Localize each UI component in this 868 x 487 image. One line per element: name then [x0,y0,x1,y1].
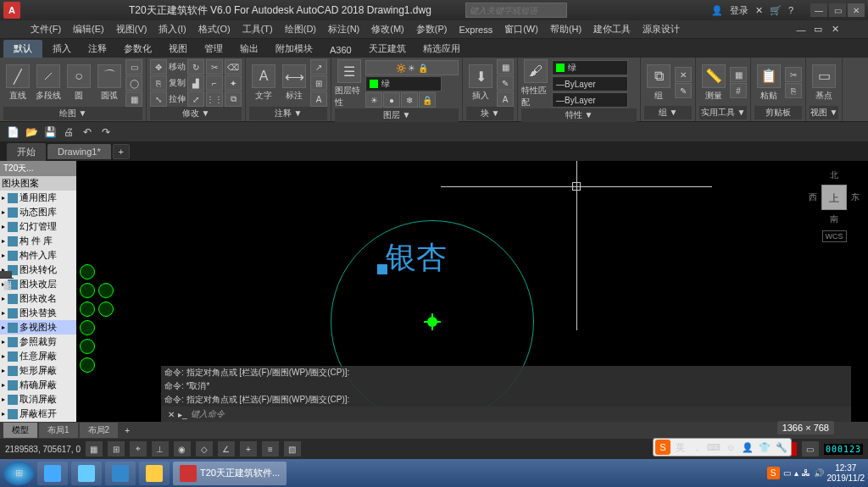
table-button[interactable]: ⊞ [310,75,327,91]
mtext-button[interactable]: A [310,91,327,107]
drawing-canvas[interactable]: 银杏 北 西 上 东 南 WCS 命令: 指定对角点或 [栏选(F)/圈围(WP… [76,161,868,422]
circle-button[interactable]: ○圆 [64,59,93,107]
menu-yuanquan[interactable]: 源泉设计 [637,21,685,37]
ellipse-button[interactable]: ◯ [125,75,142,91]
panel-properties-label[interactable]: 特性 ▼ [521,108,637,122]
panel-modify-label[interactable]: 修改 ▼ [150,107,242,120]
block-thumb[interactable] [80,320,95,335]
palette-item[interactable]: 精确屏蔽 [0,378,76,392]
panel-annotation-label[interactable]: 注释 ▼ [249,107,327,120]
doc-restore-button[interactable]: ▭ [810,23,826,36]
palette-item[interactable]: 幻灯管理 [0,219,76,234]
erase-button[interactable]: ⌫ [225,59,242,75]
palette-item[interactable]: 参照裁剪 [0,335,76,349]
palette-item[interactable]: 矩形屏蔽 [0,363,76,378]
menu-insert[interactable]: 插入(I) [153,21,191,37]
ime-keyboard-icon[interactable]: ⌨ [706,440,721,455]
otrack-button[interactable]: ∠ [218,441,235,457]
panel-clipboard-label[interactable]: 剪贴板 [754,106,802,119]
panel-draw-label[interactable]: 绘图 ▼ [3,107,142,120]
model-space-button[interactable]: ▦ [86,441,103,457]
palette-section[interactable]: 图块图案 [0,176,76,191]
fillet-button[interactable]: ⌐ [206,75,223,91]
base-button[interactable]: ▭基点 [810,59,838,106]
layer-iso-button[interactable]: ☀ [365,92,382,108]
cut-button[interactable]: ✂ [785,67,802,82]
palette-item[interactable]: 图块替换 [0,306,76,320]
linetype-combo[interactable]: — ByLayer [552,92,628,108]
snap-button[interactable]: ⌖ [130,441,147,457]
cmd-chevron-icon[interactable]: ▸_ [178,410,187,419]
ribbon-tab-manage[interactable]: 管理 [196,40,231,58]
exchange-icon[interactable]: ✕ [755,5,763,16]
menu-file[interactable]: 文件(F) [25,21,66,37]
vtab-1[interactable]: 图块图案 [0,271,14,279]
stretch-button[interactable]: ⤡ [150,91,167,107]
file-tab-add-button[interactable]: + [113,144,130,159]
qat-print-icon[interactable]: 🖨 [61,125,76,140]
ribbon-tab-addins[interactable]: 附加模块 [267,40,321,58]
signin-label[interactable]: 登录 [730,4,748,17]
panel-block-label[interactable]: 块 ▼ [466,107,514,120]
ribbon-tab-annotate[interactable]: 注释 [80,40,115,58]
layer-combo[interactable]: 绿 [365,76,442,91]
close-button[interactable]: ✕ [848,3,865,17]
taskbar-app-autocad[interactable]: T20天正建筑软件... [173,462,287,485]
polyline-button[interactable]: ⟋多段线 [34,59,63,107]
menu-window[interactable]: 窗口(W) [499,21,543,37]
ribbon-tab-tianzheng[interactable]: 天正建筑 [360,40,415,58]
menu-jianni[interactable]: 建你工具 [588,21,636,37]
array-button[interactable]: ⋮⋮ [206,91,223,107]
menu-dimension[interactable]: 标注(N) [323,21,364,37]
panel-utilities-label[interactable]: 实用工具 ▼ [699,106,747,119]
osnap-button[interactable]: ◇ [196,441,213,457]
minimize-button[interactable]: — [810,3,827,17]
layout-tab-2[interactable]: 布局2 [80,423,119,438]
palette-item[interactable]: 任意屏蔽 [0,349,76,363]
color-combo[interactable]: 绿 [552,60,628,75]
panel-layers-label[interactable]: 图层 ▼ [335,108,459,122]
arc-button[interactable]: ⌒圆弧 [95,59,124,107]
layer-properties-button[interactable]: ☰图层特性 [335,59,364,108]
palette-item[interactable]: 取消屏蔽 [0,392,76,407]
block-thumb[interactable] [98,302,114,317]
menu-edit[interactable]: 编辑(E) [68,21,109,37]
file-tab-start[interactable]: 开始 [7,143,46,161]
taskbar-pinned[interactable] [71,462,102,485]
menu-draw[interactable]: 绘图(D) [280,21,321,37]
start-button[interactable]: ⊞ [3,462,34,485]
grid-button[interactable]: ⊞ [108,441,125,457]
panel-view-label[interactable]: 视图 ▼ [810,106,838,119]
ime-tool-icon[interactable]: 🔧 [774,440,789,455]
help-icon[interactable]: ? [788,5,793,15]
layer-lock-button[interactable]: 🔒 [419,92,436,108]
transparency-button[interactable]: ▧ [284,441,301,457]
palette-item[interactable]: 屏蔽框开 [0,407,76,421]
cart-icon[interactable]: 🛒 [770,5,782,16]
polar-button[interactable]: ◉ [174,441,191,457]
leader-button[interactable]: ↗ [310,59,327,75]
ime-sogou-icon[interactable]: S [655,440,670,455]
measure-button[interactable]: 📏测量 [699,59,728,106]
cmd-close-icon[interactable]: ✕ [164,410,178,419]
palette-item[interactable]: 动态图库 [0,205,76,219]
ime-emoji-icon[interactable]: ☺ [723,440,738,455]
ortho-button[interactable]: ⊥ [152,441,169,457]
block-thumb[interactable] [80,357,95,373]
layer-off-button[interactable]: ● [383,92,400,108]
cmd-input[interactable]: 键入命令 [191,408,225,420]
palette-item[interactable]: 构 件 库 [0,234,76,248]
app-logo[interactable]: A [3,2,20,19]
trim-button[interactable]: ✂ [206,59,223,75]
ungroup-button[interactable]: ✕ [675,67,692,82]
palette-item[interactable]: 通用图库 [0,191,76,205]
ime-punct-icon[interactable]: ， [689,440,704,455]
tray-up-icon[interactable]: ▴ [794,468,798,478]
ribbon-tab-output[interactable]: 输出 [231,40,267,58]
palette-item[interactable]: 构件入库 [0,248,76,263]
line-button[interactable]: ╱直线 [3,59,32,107]
signin-icon[interactable]: 👤 [711,5,723,16]
help-search-input[interactable] [465,3,567,18]
tray-clock[interactable]: 12:37 2019/11/2 [827,463,865,484]
viewcube-face[interactable]: 上 [821,185,847,210]
